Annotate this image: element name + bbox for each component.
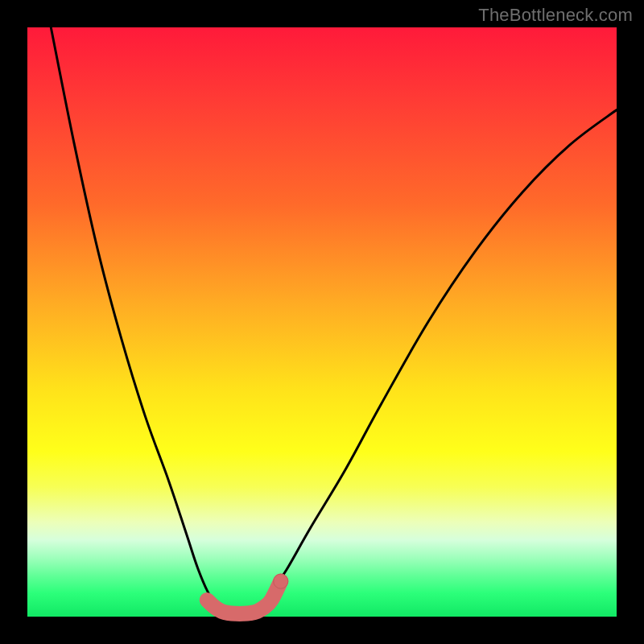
curve-svg [27, 27, 617, 617]
plot-area [27, 27, 617, 617]
bottleneck-curve [51, 27, 617, 614]
curve-group [51, 27, 617, 614]
marker-dot [274, 574, 288, 588]
marker-connector [207, 581, 281, 613]
watermark: TheBottleneck.com [478, 5, 633, 26]
chart-frame: TheBottleneck.com [0, 0, 644, 644]
bottom-marker-group [207, 574, 288, 613]
